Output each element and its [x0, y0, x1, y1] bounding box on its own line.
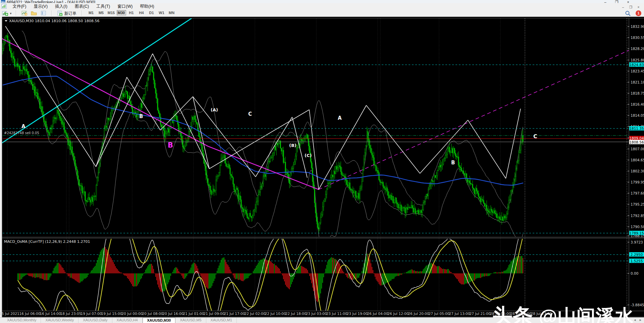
- svg-text:21 Jul 01:00: 21 Jul 01:00: [183, 312, 204, 316]
- tab-xauusd-m1[interactable]: XAUUSD,M1: [206, 318, 237, 323]
- svg-text:16 Jul 06:00: 16 Jul 06:00: [19, 312, 41, 316]
- svg-text:0.00: 0.00: [631, 271, 638, 275]
- timeframe-button-w1[interactable]: W1: [157, 10, 166, 15]
- chart-window-controls[interactable]: –❐×: [619, 4, 642, 10]
- titlebar-controls[interactable]: –❐×: [604, 0, 638, 3]
- timeframe-button-m5[interactable]: M5: [97, 10, 106, 15]
- svg-text:20 Jul 16:00: 20 Jul 16:00: [163, 312, 184, 316]
- tab-scroll-buttons[interactable]: ◄►: [631, 318, 642, 322]
- svg-text:16 Jul 14:00: 16 Jul 14:00: [40, 312, 61, 316]
- close-icon: ×: [627, 0, 638, 3]
- menubar: 文件(F)显示(V)插入(I)图表(C)工具(T)窗口(W)帮助(H) –❐×: [0, 3, 644, 10]
- chart-doc-icon: [1, 4, 7, 10]
- tab-xauusd-m30[interactable]: XAUUSD,M30: [143, 318, 176, 323]
- svg-text:18 Jul 23:05: 18 Jul 23:05: [60, 312, 82, 316]
- svg-text:28 Jul 23:05: 28 Jul 23:05: [531, 312, 552, 316]
- svg-text:2.2950: 2.2950: [631, 253, 643, 257]
- timeframe-button-m15[interactable]: M15: [107, 10, 116, 15]
- menu-item-4[interactable]: 工具(T): [93, 3, 114, 10]
- chart-tabbar: XAUUSD,MonthlyXAUUSD,WeeklyXAUUSD,DailyX…: [0, 317, 644, 323]
- timeframe-button-h4[interactable]: H4: [137, 10, 146, 15]
- svg-text:1808.56: 1808.56: [629, 140, 644, 144]
- timeframe-button-m1[interactable]: M1: [87, 10, 96, 15]
- menu-items: 文件(F)显示(V)插入(I)图表(C)工具(T)窗口(W)帮助(H): [9, 3, 158, 10]
- notification-badge[interactable]: 1: [636, 10, 641, 16]
- menu-item-3[interactable]: 图表(C): [71, 3, 93, 10]
- new-order-icon: [57, 10, 63, 17]
- tab-xauusd-m5[interactable]: XAUUSD,M5: [175, 318, 206, 323]
- svg-text:A: A: [21, 123, 25, 129]
- titlebar: We6694321: WeTradeBroker-Live1 - [XAUUSD…: [0, 0, 644, 3]
- svg-text:3.9723: 3.9723: [631, 240, 643, 244]
- svg-text:1797.60: 1797.60: [631, 191, 644, 195]
- svg-text:C: C: [533, 133, 537, 140]
- svg-text:1809.04: 1809.04: [629, 136, 644, 140]
- menu-item-0[interactable]: 文件(F): [9, 3, 30, 10]
- timeframe-button-mn[interactable]: MN: [167, 10, 176, 15]
- open-folder-icon[interactable]: [31, 10, 37, 17]
- svg-text:1830.55: 1830.55: [631, 36, 644, 40]
- svg-text:27 Jul 05:00: 27 Jul 05:00: [429, 312, 450, 316]
- tab-xauusd-h4[interactable]: XAUUSD,H4: [112, 318, 143, 323]
- new-chart-icon[interactable]: [2, 10, 8, 17]
- new-order-label: 新订单: [64, 11, 76, 16]
- svg-text:28 Jul 14:00: 28 Jul 14:00: [511, 312, 532, 316]
- toolbar-separator: [51, 10, 52, 16]
- timeframe-buttons: M1M5M15M30H1H4D1W1MN: [85, 10, 178, 16]
- add-indicator-icon[interactable]: [21, 10, 28, 17]
- tab-xauusd-monthly[interactable]: XAUUSD,Monthly: [3, 318, 41, 323]
- restore-icon: ❐: [615, 0, 627, 3]
- svg-text:1802.30: 1802.30: [631, 169, 644, 173]
- mt4-window: We6694321: WeTradeBroker-Live1 - [XAUUSD…: [0, 0, 644, 323]
- timeframe-button-m30[interactable]: M30: [117, 10, 126, 15]
- svg-text:28 Jul 06:00: 28 Jul 06:00: [490, 312, 511, 316]
- svg-text:B: B: [451, 160, 455, 166]
- price-chart[interactable]: 1832.901830.551828.201825.801823.451821.…: [0, 17, 644, 317]
- svg-text:C: C: [248, 111, 252, 117]
- svg-text:22 Jul 10:00: 22 Jul 10:00: [265, 312, 286, 316]
- toolbar-separator: [16, 10, 16, 16]
- svg-text:(B): (B): [289, 143, 297, 148]
- svg-text:21 Jul 09:00: 21 Jul 09:00: [204, 312, 225, 316]
- svg-text:1811.35: 1811.35: [629, 126, 644, 130]
- window-title: 6694321: WeTradeBroker-Live1 - [XAUUSD,M…: [7, 0, 95, 3]
- svg-text:XAUUSD,M30 1810.04 1810.06 18: XAUUSD,M30 1810.04 1810.06 1808.50 1808.…: [9, 19, 100, 23]
- svg-text:27 Jul 13:00: 27 Jul 13:00: [449, 312, 470, 316]
- toolbar-separator: [82, 10, 82, 16]
- svg-text:27 Jul 21:00: 27 Jul 21:00: [470, 312, 491, 316]
- svg-text:1804.65: 1804.65: [631, 158, 644, 162]
- chart-area[interactable]: 1832.901830.551828.201825.801823.451821.…: [0, 17, 644, 317]
- svg-text:1792.85: 1792.85: [631, 214, 644, 218]
- menu-item-6[interactable]: 帮助(H): [136, 3, 158, 10]
- tab-xauusd-daily[interactable]: XAUUSD,Daily: [78, 318, 112, 323]
- svg-text:15 Jul 2021: 15 Jul 2021: [0, 312, 19, 316]
- scroll-left-icon: ◄: [633, 318, 636, 322]
- svg-text:MACD_OsMA [CurrTF] (12,26,9) 2: MACD_OsMA [CurrTF] (12,26,9) 2.2448 1.27…: [4, 239, 90, 244]
- time-axis: 15 Jul 202116 Jul 06:0016 Jul 14:0018 Ju…: [0, 312, 552, 316]
- svg-text:22 Jul 02:00: 22 Jul 02:00: [245, 312, 266, 316]
- tab-xauusd-weekly[interactable]: XAUUSD,Weekly: [41, 318, 78, 323]
- timeframe-button-h1[interactable]: H1: [127, 10, 136, 15]
- svg-text:B: B: [168, 141, 173, 149]
- svg-text:1816.40: 1816.40: [631, 102, 644, 106]
- timeframe-button-d1[interactable]: D1: [147, 10, 156, 15]
- svg-text:20 Jul 08:00: 20 Jul 08:00: [142, 312, 163, 316]
- minimize-icon: –: [604, 0, 615, 3]
- svg-text:26 Jul 12:00: 26 Jul 12:00: [388, 312, 409, 316]
- svg-text:(A): (A): [211, 107, 218, 112]
- svg-text:1818.75: 1818.75: [631, 91, 644, 95]
- scroll-right-icon: ►: [639, 318, 642, 322]
- svg-text:19 Jul 15:00: 19 Jul 15:00: [101, 312, 122, 316]
- menu-item-1[interactable]: 显示(V): [30, 3, 51, 10]
- menu-item-2[interactable]: 插入(I): [51, 3, 71, 10]
- svg-text:1790.50: 1790.50: [631, 225, 644, 229]
- svg-text:1823.45: 1823.45: [631, 69, 644, 73]
- restore-icon: ❐: [627, 5, 634, 10]
- svg-text:23 Jul 03:00: 23 Jul 03:00: [306, 312, 327, 316]
- svg-text:21 Jul 17:00: 21 Jul 17:00: [224, 312, 245, 316]
- svg-text:1789.15: 1789.15: [629, 231, 644, 235]
- menu-item-5[interactable]: 窗口(W): [114, 3, 136, 10]
- chart-list-icon[interactable]: [41, 10, 47, 17]
- dropdown-caret-icon[interactable]: ▼: [9, 12, 12, 15]
- svg-text:1795.25: 1795.25: [631, 202, 644, 206]
